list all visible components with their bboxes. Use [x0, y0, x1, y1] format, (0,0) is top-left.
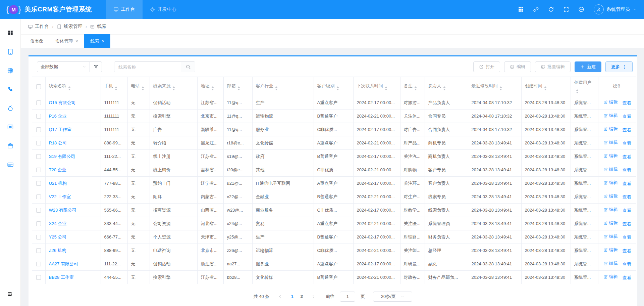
- sort-carets-icon[interactable]: [576, 89, 579, 93]
- lead-name-link[interactable]: BB28 工作室: [49, 275, 74, 280]
- row-edit-link[interactable]: 编辑: [603, 274, 618, 280]
- more-button[interactable]: 更多: [605, 61, 633, 72]
- row-view-link[interactable]: 查看: [623, 114, 631, 120]
- row-edit-link[interactable]: 编辑: [603, 193, 618, 199]
- user-menu[interactable]: 系统管理员: [594, 4, 637, 14]
- search-button[interactable]: [181, 62, 195, 72]
- row-view-link[interactable]: 查看: [623, 221, 631, 227]
- sidebar-item-menu-sliders[interactable]: [0, 118, 21, 136]
- lead-name-link[interactable]: T20 企业: [49, 167, 66, 172]
- row-checkbox[interactable]: [36, 154, 41, 159]
- row-view-link[interactable]: 查看: [623, 100, 631, 106]
- column-header-电话[interactable]: 电话: [127, 77, 150, 96]
- row-checkbox[interactable]: [36, 168, 41, 172]
- page-size-select[interactable]: 20条/页: [373, 292, 412, 302]
- column-header-手机[interactable]: 手机: [101, 77, 127, 96]
- sidebar-item-menu-card[interactable]: [0, 155, 21, 174]
- sidebar-item-menu-phone[interactable]: [0, 80, 21, 99]
- sidebar-item-menu-apple[interactable]: [0, 99, 21, 118]
- tab-实体管理[interactable]: 实体管理×: [49, 34, 84, 48]
- row-checkbox[interactable]: [36, 235, 41, 239]
- column-header-线索来源[interactable]: 线索来源: [150, 77, 197, 96]
- lead-name-link[interactable]: P16 企业: [49, 114, 67, 119]
- search-input[interactable]: [114, 62, 181, 72]
- sort-carets-icon[interactable]: [499, 86, 502, 90]
- breadcrumb-item-1[interactable]: 工作台: [28, 24, 49, 30]
- nav-item-开发中心[interactable]: 开发中心: [143, 0, 184, 19]
- lead-name-link[interactable]: Z26 机构: [49, 248, 66, 253]
- tab-close-icon[interactable]: ×: [102, 39, 104, 44]
- column-header-线索名称[interactable]: 线索名称: [45, 77, 101, 96]
- lead-name-link[interactable]: U21 机构: [49, 181, 67, 186]
- open-button[interactable]: 打开: [473, 61, 500, 72]
- sort-carets-icon[interactable]: [414, 86, 417, 90]
- row-edit-link[interactable]: 编辑: [603, 166, 618, 172]
- lead-name-link[interactable]: S19 有限公司: [49, 154, 75, 159]
- row-edit-link[interactable]: 编辑: [603, 139, 618, 145]
- row-edit-link[interactable]: 编辑: [603, 99, 618, 105]
- row-view-link[interactable]: 查看: [623, 181, 631, 187]
- breadcrumb-item-3[interactable]: 线索: [90, 24, 106, 30]
- row-checkbox[interactable]: [36, 262, 41, 266]
- lead-name-link[interactable]: Y25 公司: [49, 234, 67, 239]
- column-header-创建时间[interactable]: 创建时间: [521, 77, 571, 96]
- row-view-link[interactable]: 查看: [623, 154, 631, 160]
- data-scope-select[interactable]: 全部数据: [37, 62, 90, 72]
- sort-carets-icon[interactable]: [385, 86, 387, 90]
- row-edit-link[interactable]: 编辑: [603, 220, 618, 226]
- sidebar-item-menu-basketball[interactable]: [0, 61, 21, 80]
- column-header-客户级别[interactable]: 客户级别: [314, 77, 353, 96]
- row-view-link[interactable]: 查看: [623, 140, 631, 146]
- column-header-备注[interactable]: 备注: [400, 77, 425, 96]
- lead-name-link[interactable]: X24 企业: [49, 221, 67, 226]
- fullscreen-button[interactable]: [563, 6, 569, 12]
- sort-carets-icon[interactable]: [443, 86, 446, 90]
- tab-仪表盘[interactable]: 仪表盘: [24, 34, 49, 48]
- column-header-邮箱[interactable]: 邮箱: [223, 77, 252, 96]
- sort-carets-icon[interactable]: [211, 86, 214, 90]
- column-header-地址[interactable]: 地址: [197, 77, 223, 96]
- row-checkbox[interactable]: [36, 141, 41, 145]
- column-header-创建用户[interactable]: 创建用户: [571, 77, 598, 96]
- row-checkbox[interactable]: [36, 181, 41, 186]
- sidebar-item-menu-tablet[interactable]: [0, 42, 21, 61]
- tab-close-icon[interactable]: ×: [75, 39, 78, 44]
- next-page-button[interactable]: [309, 292, 318, 301]
- row-edit-link[interactable]: 编辑: [603, 126, 618, 132]
- prev-page-button[interactable]: [275, 292, 285, 301]
- lead-name-link[interactable]: V22 工作室: [49, 194, 71, 199]
- lead-name-link[interactable]: Q17 工作室: [49, 127, 71, 132]
- sort-carets-icon[interactable]: [142, 86, 144, 90]
- row-checkbox[interactable]: [36, 221, 41, 226]
- batch-edit-button[interactable]: 批量编辑: [535, 61, 571, 72]
- row-checkbox[interactable]: [36, 100, 41, 105]
- row-edit-link[interactable]: 编辑: [603, 153, 618, 159]
- sort-carets-icon[interactable]: [275, 86, 278, 90]
- create-button[interactable]: 新建: [575, 61, 601, 72]
- sort-carets-icon[interactable]: [68, 86, 71, 90]
- nav-item-工作台[interactable]: 工作台: [106, 0, 143, 19]
- lead-name-link[interactable]: AA27 有限公司: [49, 261, 78, 266]
- share-link-button[interactable]: [533, 6, 539, 12]
- row-edit-link[interactable]: 编辑: [603, 247, 618, 253]
- select-all-checkbox[interactable]: [36, 84, 41, 89]
- column-header-下次联系时间[interactable]: 下次联系时间: [353, 77, 400, 96]
- row-edit-link[interactable]: 编辑: [603, 113, 618, 119]
- sort-carets-icon[interactable]: [544, 86, 547, 90]
- sort-carets-icon[interactable]: [336, 86, 339, 90]
- apps-grid-button[interactable]: [518, 6, 524, 12]
- sidebar-collapse-button[interactable]: [0, 285, 21, 303]
- row-view-link[interactable]: 查看: [623, 127, 631, 133]
- edit-button[interactable]: 编辑: [504, 61, 531, 72]
- row-edit-link[interactable]: 编辑: [603, 207, 618, 213]
- sort-carets-icon[interactable]: [237, 86, 240, 90]
- row-checkbox[interactable]: [36, 114, 41, 119]
- column-header-负责人[interactable]: 负责人: [425, 77, 468, 96]
- row-checkbox[interactable]: [36, 275, 41, 280]
- row-edit-link[interactable]: 编辑: [603, 260, 618, 266]
- row-checkbox[interactable]: [36, 194, 41, 199]
- row-view-link[interactable]: 查看: [623, 248, 631, 254]
- lead-name-link[interactable]: R18 公司: [49, 140, 67, 145]
- sidebar-item-menu-apps[interactable]: [0, 24, 21, 42]
- page-number-2[interactable]: 2: [297, 292, 306, 301]
